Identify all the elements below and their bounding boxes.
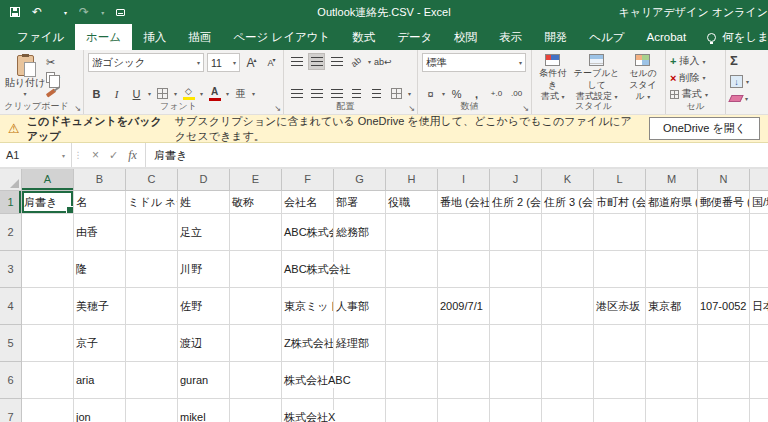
tab-校閲[interactable]: 校閲 bbox=[443, 24, 488, 50]
cell-D5[interactable]: 渡辺 bbox=[178, 325, 230, 362]
cell-O7[interactable] bbox=[750, 399, 768, 422]
tell-me-box[interactable]: 何をしますか bbox=[697, 24, 768, 50]
cell-C6[interactable] bbox=[126, 362, 178, 399]
cell-D2[interactable]: 足立 bbox=[178, 214, 230, 251]
cell-N1[interactable]: 郵便番号 (会社) bbox=[698, 191, 750, 214]
tab-ホーム[interactable]: ホーム bbox=[75, 24, 132, 50]
cell-C3[interactable] bbox=[126, 251, 178, 288]
cell-B3[interactable]: 隆 bbox=[74, 251, 126, 288]
cell-K4[interactable] bbox=[542, 288, 594, 325]
cell-J7[interactable] bbox=[490, 399, 542, 422]
name-box[interactable]: A1 ▾ bbox=[0, 143, 72, 167]
fill-button[interactable]: ↓ bbox=[730, 75, 743, 88]
cell-L4[interactable]: 港区赤坂 bbox=[594, 288, 646, 325]
cell-styles-button[interactable]: セルの スタイル ▾ bbox=[624, 53, 662, 102]
increase-font-button[interactable]: A▴ bbox=[243, 54, 260, 71]
column-header-B[interactable]: B bbox=[74, 169, 126, 191]
cell-I4[interactable]: 2009/7/1 bbox=[438, 288, 490, 325]
cell-F6[interactable]: 株式会社ABC bbox=[282, 362, 334, 399]
cut-button[interactable]: ✂ bbox=[46, 55, 60, 70]
column-header-E[interactable]: E bbox=[230, 169, 282, 191]
cell-J4[interactable] bbox=[490, 288, 542, 325]
clipboard-dialog-launcher-icon[interactable]: ↘ bbox=[74, 104, 81, 113]
cell-K6[interactable] bbox=[542, 362, 594, 399]
cell-H6[interactable] bbox=[386, 362, 438, 399]
insert-function-icon[interactable]: fx bbox=[128, 148, 137, 163]
number-dialog-launcher-icon[interactable]: ↘ bbox=[522, 104, 529, 113]
cell-H5[interactable] bbox=[386, 325, 438, 362]
alignment-dialog-launcher-icon[interactable]: ↘ bbox=[408, 104, 415, 113]
cell-I7[interactable] bbox=[438, 399, 490, 422]
cell-A3[interactable] bbox=[22, 251, 74, 288]
cell-M6[interactable] bbox=[646, 362, 698, 399]
cell-H7[interactable] bbox=[386, 399, 438, 422]
font-name-combo[interactable]: 游ゴシック▾ bbox=[88, 53, 204, 72]
tab-file[interactable]: ファイル bbox=[6, 24, 75, 50]
name-box-dropdown-icon[interactable]: ▾ bbox=[62, 152, 65, 159]
font-dialog-launcher-icon[interactable]: ↘ bbox=[274, 104, 281, 113]
cell-A1[interactable]: 肩書き bbox=[22, 191, 74, 214]
cell-F7[interactable]: 株式会社X bbox=[282, 399, 334, 422]
cell-G4[interactable]: 人事部 bbox=[334, 288, 386, 325]
tab-Acrobat[interactable]: Acrobat bbox=[636, 24, 698, 50]
clear-button[interactable] bbox=[728, 95, 743, 102]
redo-icon[interactable]: ↷ bbox=[79, 6, 89, 18]
cell-I5[interactable] bbox=[438, 325, 490, 362]
row-header-6[interactable]: 6 bbox=[0, 362, 22, 399]
cell-G1[interactable]: 部署 bbox=[334, 191, 386, 214]
row-header-1[interactable]: 1 bbox=[0, 191, 22, 214]
orientation-button[interactable]: ab bbox=[348, 53, 365, 70]
tab-表示[interactable]: 表示 bbox=[488, 24, 533, 50]
cell-J2[interactable] bbox=[490, 214, 542, 251]
cell-G7[interactable] bbox=[334, 399, 386, 422]
insert-cells-button[interactable]: +挿入▾ bbox=[670, 53, 722, 69]
cell-O5[interactable] bbox=[750, 325, 768, 362]
cell-B7[interactable]: jon bbox=[74, 399, 126, 422]
cell-J6[interactable] bbox=[490, 362, 542, 399]
cell-H3[interactable] bbox=[386, 251, 438, 288]
account-name[interactable]: キャリアデザイン オンライン bbox=[619, 5, 768, 20]
cell-M5[interactable] bbox=[646, 325, 698, 362]
paste-button[interactable]: 貼り付け ▾ bbox=[4, 53, 46, 102]
column-header-M[interactable]: M bbox=[646, 169, 698, 191]
tab-ヘルプ[interactable]: ヘルプ bbox=[578, 24, 635, 50]
cell-I1[interactable]: 番地 (会社) bbox=[438, 191, 490, 214]
cell-H2[interactable] bbox=[386, 214, 438, 251]
cell-C4[interactable] bbox=[126, 288, 178, 325]
cell-M3[interactable] bbox=[646, 251, 698, 288]
cell-B1[interactable]: 名 bbox=[74, 191, 126, 214]
cell-G2[interactable]: 総務部 bbox=[334, 214, 386, 251]
cell-H1[interactable]: 役職 bbox=[386, 191, 438, 214]
cell-L3[interactable] bbox=[594, 251, 646, 288]
cell-D4[interactable]: 佐野 bbox=[178, 288, 230, 325]
format-as-table-button[interactable]: テーブルとして 書式設定 ▾ bbox=[569, 53, 624, 102]
cell-M7[interactable] bbox=[646, 399, 698, 422]
cell-F5[interactable]: Z株式会社 bbox=[282, 325, 334, 362]
cell-K3[interactable] bbox=[542, 251, 594, 288]
cell-J1[interactable]: 住所 2 (会社) bbox=[490, 191, 542, 214]
cell-L6[interactable] bbox=[594, 362, 646, 399]
tab-描画[interactable]: 描画 bbox=[177, 24, 222, 50]
row-header-2[interactable]: 2 bbox=[0, 214, 22, 251]
save-icon[interactable] bbox=[10, 7, 20, 17]
cell-D7[interactable]: mikel bbox=[178, 399, 230, 422]
cell-A4[interactable] bbox=[22, 288, 74, 325]
column-header-H[interactable]: H bbox=[386, 169, 438, 191]
column-header-L[interactable]: L bbox=[594, 169, 646, 191]
conditional-formatting-button[interactable]: 条件付き 書式 ▾ bbox=[536, 53, 569, 102]
cell-C2[interactable] bbox=[126, 214, 178, 251]
align-bottom-button[interactable] bbox=[328, 53, 345, 70]
cell-E5[interactable] bbox=[230, 325, 282, 362]
cancel-entry-icon[interactable]: × bbox=[92, 148, 99, 162]
formula-input[interactable]: 肩書き bbox=[146, 143, 768, 167]
undo-icon[interactable]: ↶ bbox=[32, 6, 42, 18]
cell-K5[interactable] bbox=[542, 325, 594, 362]
cell-O3[interactable] bbox=[750, 251, 768, 288]
wrap-text-button[interactable]: ab↩ bbox=[374, 53, 392, 70]
tab-開発[interactable]: 開発 bbox=[533, 24, 578, 50]
cell-M4[interactable]: 東京都 bbox=[646, 288, 698, 325]
cell-E2[interactable] bbox=[230, 214, 282, 251]
cell-F4[interactable]: 東京ミット bbox=[282, 288, 334, 325]
cell-O2[interactable] bbox=[750, 214, 768, 251]
cell-L2[interactable] bbox=[594, 214, 646, 251]
